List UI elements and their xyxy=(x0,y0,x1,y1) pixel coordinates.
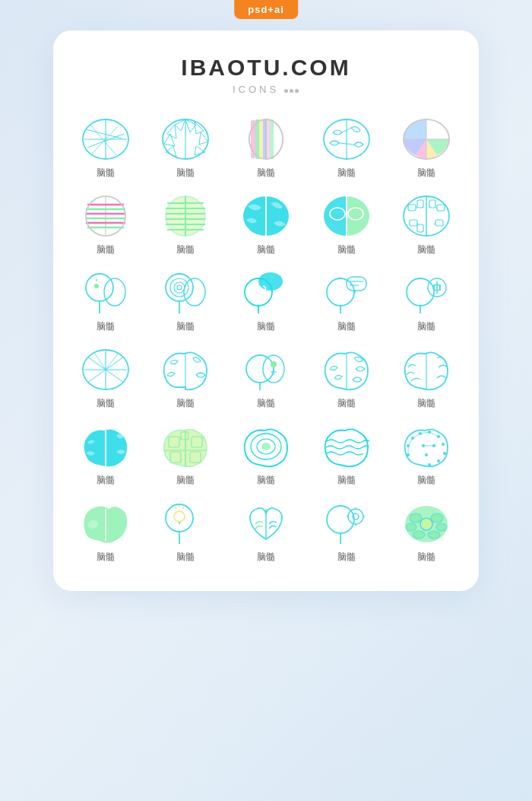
icon-label-12: 脑髓 xyxy=(176,320,195,333)
svg-line-137 xyxy=(420,432,429,434)
svg-point-83 xyxy=(327,278,354,306)
icon-label-4: 脑髓 xyxy=(337,167,356,180)
svg-rect-21 xyxy=(259,119,263,159)
brain-icon-30 xyxy=(399,501,454,546)
svg-point-142 xyxy=(166,504,193,532)
icon-label-24: 脑髓 xyxy=(337,474,356,487)
brain-icon-19 xyxy=(319,347,374,393)
icon-label-28: 脑髓 xyxy=(257,551,275,564)
svg-point-163 xyxy=(436,523,447,531)
icon-label-1: 脑髓 xyxy=(97,167,115,180)
svg-line-4 xyxy=(90,125,116,155)
brain-icon-22 xyxy=(158,424,213,469)
brain-icon-13 xyxy=(239,270,293,316)
icon-cell-24: 脑髓 xyxy=(309,424,384,487)
svg-rect-59 xyxy=(417,200,423,208)
svg-point-162 xyxy=(406,523,416,531)
icon-label-10: 脑髓 xyxy=(417,243,435,256)
icon-cell-8: 脑髓 xyxy=(229,193,303,256)
brain-icon-2 xyxy=(158,116,213,162)
icon-label-3: 脑髓 xyxy=(257,167,275,180)
icon-cell-5: 脑髓 xyxy=(389,116,464,180)
svg-rect-85 xyxy=(347,277,366,291)
icon-label-22: 脑髓 xyxy=(176,474,195,487)
svg-line-100 xyxy=(106,370,124,383)
svg-rect-20 xyxy=(255,119,259,159)
brain-icon-28 xyxy=(239,501,293,546)
icon-label-20: 脑髓 xyxy=(417,397,435,410)
svg-line-102 xyxy=(106,354,118,370)
icon-cell-17: 脑髓 xyxy=(149,347,223,410)
svg-line-147 xyxy=(182,507,184,509)
icon-cell-2: 脑髓 xyxy=(149,116,223,180)
brain-icon-8 xyxy=(239,193,293,239)
brain-icon-11 xyxy=(78,270,133,316)
svg-point-150 xyxy=(327,506,354,533)
format-badge: psd+ai xyxy=(234,0,298,19)
icon-label-2: 脑髓 xyxy=(176,167,195,180)
svg-rect-58 xyxy=(408,205,416,211)
icon-label-29: 脑髓 xyxy=(337,551,356,564)
svg-line-99 xyxy=(87,370,106,383)
brain-icon-27 xyxy=(158,501,213,546)
svg-point-144 xyxy=(174,511,185,522)
icon-label-18: 脑髓 xyxy=(257,397,275,410)
brain-icon-20 xyxy=(399,347,454,393)
svg-point-128 xyxy=(443,452,446,455)
brain-icon-18 xyxy=(239,347,293,393)
svg-point-165 xyxy=(428,531,440,539)
icon-label-27: 脑髓 xyxy=(176,551,195,564)
svg-point-135 xyxy=(425,453,428,456)
icon-label-8: 脑髓 xyxy=(257,243,275,256)
brain-icon-24 xyxy=(319,424,374,469)
icon-label-23: 脑髓 xyxy=(257,474,275,487)
svg-point-82 xyxy=(258,272,283,291)
icon-cell-1: 脑髓 xyxy=(68,116,143,180)
brain-icon-14 xyxy=(319,270,374,316)
svg-rect-65 xyxy=(417,224,423,232)
icon-cell-10: 脑髓 xyxy=(389,193,464,256)
svg-point-122 xyxy=(261,443,271,450)
brain-icon-12 xyxy=(158,270,213,316)
icon-label-5: 脑髓 xyxy=(417,167,435,180)
icon-cell-21: 脑髓 xyxy=(68,424,143,487)
icon-cell-29: 脑髓 xyxy=(309,501,384,564)
brain-icon-9 xyxy=(319,193,374,239)
icon-cell-9: 脑髓 xyxy=(309,193,384,256)
svg-point-77 xyxy=(174,282,185,293)
svg-line-95 xyxy=(87,357,106,370)
brain-icon-7 xyxy=(158,193,213,239)
icon-label-7: 脑髓 xyxy=(176,243,195,256)
icon-label-14: 脑髓 xyxy=(337,320,356,333)
brain-icon-23 xyxy=(239,424,293,469)
icon-cell-25: 脑髓 xyxy=(389,424,464,487)
icon-label-11: 脑髓 xyxy=(97,320,115,333)
svg-point-69 xyxy=(86,274,113,301)
icon-cell-7: 脑髓 xyxy=(149,193,223,256)
svg-point-127 xyxy=(442,443,445,446)
card-subtitle: ICONS xyxy=(233,84,299,95)
icon-label-15: 脑髓 xyxy=(417,320,435,333)
svg-point-130 xyxy=(428,463,431,466)
brain-icon-16 xyxy=(78,347,133,393)
brain-icon-5 xyxy=(399,116,454,162)
icon-cell-15: 脑髓 xyxy=(389,270,464,333)
svg-point-104 xyxy=(246,355,274,383)
site-title: IBAOTU.COM xyxy=(181,55,350,81)
icon-cell-14: 脑髓 xyxy=(309,270,384,333)
svg-point-78 xyxy=(177,285,182,290)
icon-label-6: 脑髓 xyxy=(97,243,115,256)
icon-label-16: 脑髓 xyxy=(97,397,115,410)
svg-point-160 xyxy=(410,513,422,523)
brain-icon-25 xyxy=(399,424,454,469)
svg-rect-23 xyxy=(266,119,270,159)
brain-icon-10 xyxy=(399,193,454,239)
svg-point-161 xyxy=(431,513,443,523)
brain-icon-4 xyxy=(319,116,374,162)
icon-cell-12: 脑髓 xyxy=(149,270,223,333)
svg-point-76 xyxy=(170,278,188,297)
svg-line-138 xyxy=(429,432,439,437)
icon-cell-26: 脑髓 xyxy=(68,501,143,564)
icon-cell-30: 脑髓 xyxy=(389,501,464,564)
icon-grid: 脑髓 脑髓 脑髓 脑髓 脑髓 xyxy=(68,116,464,564)
